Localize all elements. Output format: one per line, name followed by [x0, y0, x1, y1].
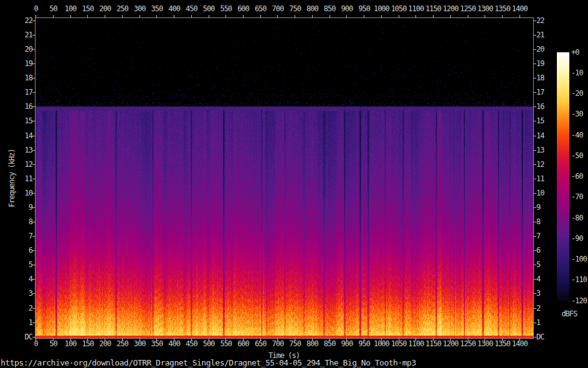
y-tick-label: 14 — [536, 132, 544, 140]
y-tick-mark — [32, 193, 36, 194]
x-tick-mark — [502, 338, 503, 341]
x-tick-label: 400 — [168, 5, 180, 13]
y-tick-mark — [533, 35, 536, 35]
y-tick-mark — [533, 92, 536, 93]
x-tick-mark — [295, 15, 295, 18]
y-tick-label: 15 — [12, 117, 32, 125]
x-tick-mark — [225, 15, 226, 18]
y-tick-mark — [32, 78, 36, 78]
y-tick-mark — [533, 136, 536, 136]
x-tick-mark — [260, 338, 261, 341]
x-tick-mark — [485, 15, 485, 18]
x-tick-label: 1200 — [443, 5, 458, 13]
y-tick-label: 5 — [536, 261, 540, 269]
y-tick-mark — [32, 21, 36, 21]
x-tick-mark — [53, 338, 54, 341]
x-tick-mark — [105, 15, 105, 18]
y-tick-mark — [32, 293, 36, 294]
x-tick-mark — [312, 338, 313, 341]
x-tick-mark — [364, 338, 364, 341]
x-tick-mark — [399, 15, 399, 18]
x-tick-mark — [191, 338, 192, 341]
y-tick-mark — [32, 164, 36, 165]
y-tick-mark — [32, 236, 36, 237]
x-tick-mark — [519, 338, 520, 341]
y-tick-label: 21 — [12, 31, 32, 39]
y-tick-mark — [533, 293, 536, 294]
x-tick-mark — [433, 15, 434, 18]
y-tick-label: 18 — [12, 74, 32, 82]
x-tick-mark — [140, 338, 140, 341]
y-tick-mark — [533, 207, 536, 208]
y-tick-label: 6 — [536, 247, 540, 255]
y-tick-mark — [32, 265, 36, 265]
y-tick-label: 2 — [12, 304, 32, 313]
y-tick-label: 2 — [536, 304, 540, 313]
y-tick-mark — [533, 121, 536, 121]
db-tick-label: -70 — [571, 193, 583, 201]
y-tick-mark — [32, 222, 36, 222]
y-tick-label: 15 — [536, 117, 544, 125]
x-tick-mark — [468, 15, 468, 18]
db-tick-label: -50 — [571, 152, 583, 160]
x-tick-mark — [70, 338, 71, 341]
y-tick-label: 12 — [536, 161, 544, 169]
y-tick-label: 6 — [12, 247, 32, 255]
y-tick-mark — [32, 323, 36, 323]
x-tick-mark — [209, 15, 209, 18]
x-tick-label: 950 — [358, 5, 370, 13]
y-tick-label: 14 — [12, 132, 32, 140]
y-tick-mark — [533, 21, 536, 21]
y-tick-mark — [533, 78, 536, 78]
x-tick-mark — [381, 338, 382, 341]
db-tick-label: -110 — [571, 276, 587, 284]
x-tick-label: 100 — [65, 5, 77, 13]
y-tick-mark — [533, 222, 536, 222]
y-tick-label: DC — [536, 333, 544, 341]
x-tick-label: 1300 — [477, 5, 493, 13]
y-tick-label: 4 — [12, 275, 32, 283]
db-tick-label: -10 — [571, 69, 583, 77]
x-tick-mark — [346, 15, 347, 18]
x-tick-mark — [295, 338, 295, 341]
y-tick-label: 13 — [536, 146, 544, 154]
y-tick-mark — [32, 106, 36, 107]
y-tick-mark — [533, 164, 536, 165]
y-tick-mark — [533, 236, 536, 237]
x-tick-mark — [502, 15, 503, 18]
x-tick-label: 900 — [341, 5, 353, 13]
y-tick-label: 21 — [536, 31, 544, 39]
y-tick-label: 12 — [12, 161, 32, 169]
y-tick-label: 10 — [12, 189, 32, 197]
x-tick-mark — [87, 15, 88, 18]
x-tick-mark — [260, 15, 261, 18]
x-tick-mark — [209, 338, 209, 341]
x-tick-label: 350 — [151, 5, 163, 13]
x-tick-mark — [381, 15, 382, 18]
x-tick-mark — [87, 338, 88, 341]
x-tick-label: 250 — [116, 5, 128, 13]
y-tick-label: 9 — [12, 204, 32, 212]
x-tick-label: 1150 — [425, 5, 441, 13]
db-tick-label: +0 — [571, 49, 579, 57]
y-tick-label: 1 — [12, 319, 32, 327]
y-tick-label: 18 — [536, 74, 544, 82]
db-tick-label: -20 — [571, 90, 583, 98]
y-tick-mark — [533, 193, 536, 194]
y-tick-mark — [32, 35, 36, 35]
y-tick-label: DC — [12, 333, 32, 341]
spectrogram-screen: Frequency (kHz) Time (s) dBFS https://ar… — [0, 0, 588, 368]
x-tick-mark — [140, 15, 140, 18]
y-tick-mark — [32, 121, 36, 121]
y-tick-mark — [533, 308, 536, 309]
y-tick-label: 3 — [12, 290, 32, 298]
x-tick-mark — [70, 15, 71, 18]
y-tick-mark — [533, 106, 536, 107]
y-tick-label: 1 — [536, 319, 540, 327]
x-tick-mark — [415, 338, 416, 341]
x-tick-label: 150 — [82, 5, 94, 13]
y-tick-mark — [32, 207, 36, 208]
x-tick-mark — [36, 338, 36, 341]
x-tick-mark — [433, 338, 434, 341]
db-tick-label: -60 — [571, 172, 583, 181]
